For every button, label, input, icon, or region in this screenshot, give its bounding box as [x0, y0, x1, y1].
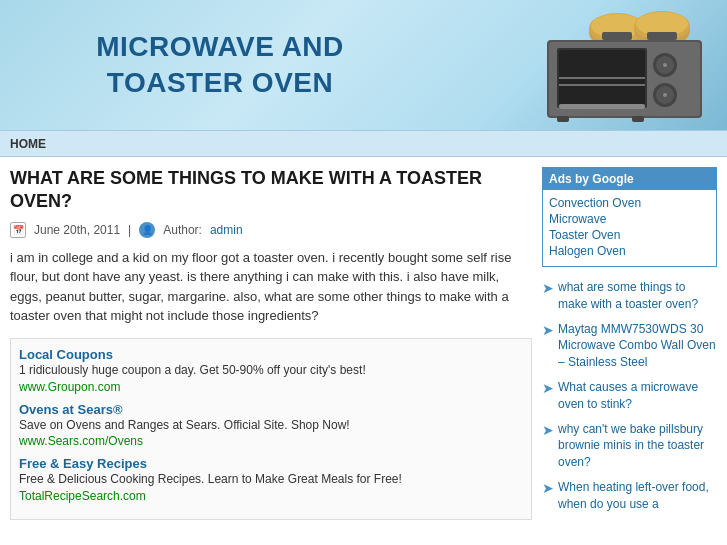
sidebar-link-2[interactable]: Maytag MMW7530WDS 30 Microwave Combo Wal…: [558, 321, 717, 371]
article-title: WHAT ARE SOME THINGS TO MAKE WITH A TOAS…: [10, 167, 532, 214]
ad-title-1[interactable]: Local Coupons: [19, 347, 113, 362]
sidebar-link-item-4: ➤ why can't we bake pillsbury brownie mi…: [542, 421, 717, 471]
svg-rect-14: [559, 104, 645, 109]
article-date: June 20th, 2011: [34, 223, 120, 237]
svg-rect-22: [632, 116, 644, 122]
sidebar-link-1[interactable]: what are some things to make with a toas…: [558, 279, 717, 313]
sidebar-link-4[interactable]: why can't we bake pillsbury brownie mini…: [558, 421, 717, 471]
arrow-bullet-5: ➤: [542, 480, 554, 496]
sidebar-link-item-2: ➤ Maytag MMW7530WDS 30 Microwave Combo W…: [542, 321, 717, 371]
google-ads-header: Ads by Google: [543, 168, 716, 190]
svg-rect-7: [647, 32, 677, 40]
author-label: Author:: [163, 223, 202, 237]
ad-title-3[interactable]: Free & Easy Recipes: [19, 456, 147, 471]
sidebar-link-3[interactable]: What causes a microwave oven to stink?: [558, 379, 717, 413]
main-content: WHAT ARE SOME THINGS TO MAKE WITH A TOAS…: [10, 167, 532, 521]
calendar-icon: 📅: [10, 222, 26, 238]
ad-url-3: TotalRecipeSearch.com: [19, 489, 146, 503]
svg-rect-6: [602, 32, 632, 40]
ad-url-1: www.Groupon.com: [19, 380, 120, 394]
nav-home[interactable]: HOME: [10, 137, 46, 151]
arrow-bullet-3: ➤: [542, 380, 554, 396]
article-body: i am in college and a kid on my floor go…: [10, 248, 532, 326]
navigation: HOME: [0, 130, 727, 157]
arrow-bullet-4: ➤: [542, 422, 554, 438]
author-link[interactable]: admin: [210, 223, 243, 237]
sidebar-link-item-1: ➤ what are some things to make with a to…: [542, 279, 717, 313]
ad-desc-3: Free & Delicious Cooking Recipes. Learn …: [19, 472, 402, 486]
sidebar: Ads by Google Convection Oven Microwave …: [542, 167, 717, 521]
svg-rect-21: [557, 116, 569, 122]
ad-desc-1: 1 ridiculously huge coupon a day. Get 50…: [19, 363, 366, 377]
svg-point-17: [663, 63, 667, 67]
author-icon: 👤: [139, 222, 155, 238]
svg-point-20: [663, 93, 667, 97]
sidebar-link-5[interactable]: When heating left-over food, when do you…: [558, 479, 717, 513]
article-meta: 📅 June 20th, 2011 | 👤 Author: admin: [10, 222, 532, 238]
google-ad-link-1[interactable]: Convection Oven: [549, 196, 710, 210]
site-title: MICROWAVE AND TOASTER OVEN: [30, 29, 410, 102]
google-ad-link-3[interactable]: Toaster Oven: [549, 228, 710, 242]
sidebar-links: ➤ what are some things to make with a to…: [542, 279, 717, 513]
ad-item-1: Local Coupons 1 ridiculously huge coupon…: [19, 347, 523, 394]
ad-item-2: Ovens at Sears® Save on Ovens and Ranges…: [19, 402, 523, 449]
ad-item-3: Free & Easy Recipes Free & Delicious Coo…: [19, 456, 523, 503]
sidebar-link-item-3: ➤ What causes a microwave oven to stink?: [542, 379, 717, 413]
arrow-bullet-2: ➤: [542, 322, 554, 338]
sidebar-link-item-5: ➤ When heating left-over food, when do y…: [542, 479, 717, 513]
toaster-oven-illustration: [487, 10, 707, 125]
google-ad-link-4[interactable]: Halogen Oven: [549, 244, 710, 258]
ads-section: Local Coupons 1 ridiculously huge coupon…: [10, 338, 532, 520]
ad-title-2[interactable]: Ovens at Sears®: [19, 402, 123, 417]
google-ads-box: Ads by Google Convection Oven Microwave …: [542, 167, 717, 267]
google-ads-links: Convection Oven Microwave Toaster Oven H…: [543, 190, 716, 266]
content-wrapper: WHAT ARE SOME THINGS TO MAKE WITH A TOAS…: [0, 157, 727, 531]
ad-desc-2: Save on Ovens and Ranges at Sears. Offic…: [19, 418, 350, 432]
google-ad-link-2[interactable]: Microwave: [549, 212, 710, 226]
arrow-bullet-1: ➤: [542, 280, 554, 296]
header-image: [487, 10, 707, 125]
ad-url-2: www.Sears.com/Ovens: [19, 434, 143, 448]
header: MICROWAVE AND TOASTER OVEN: [0, 0, 727, 130]
separator: |: [128, 223, 131, 237]
